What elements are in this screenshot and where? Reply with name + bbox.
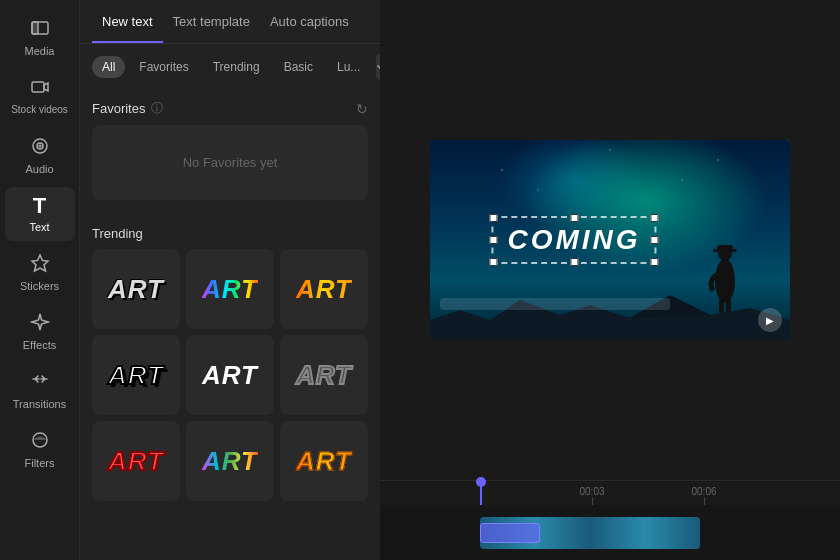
text-style-card-1[interactable]: ART [92,249,180,329]
sidebar-filters-label: Filters [25,457,55,469]
filter-bar: All Favorites Trending Basic Lu... [80,44,380,90]
audio-icon [30,136,50,159]
text-style-card-7[interactable]: ART [92,421,180,501]
snow-highlight [440,298,670,310]
effects-icon [30,312,50,335]
stickers-icon [30,253,50,276]
filter-favorites[interactable]: Favorites [129,56,198,78]
handle-bottom-right[interactable] [651,258,659,266]
handle-bottom-mid[interactable] [570,258,578,266]
panel-tabs: New text Text template Auto captions [80,0,380,44]
tab-text-template[interactable]: Text template [163,0,260,43]
text-style-card-8[interactable]: ART [186,421,274,501]
svg-rect-11 [719,299,724,313]
filter-trending[interactable]: Trending [203,56,270,78]
media-icon [30,18,50,41]
tab-auto-captions[interactable]: Auto captions [260,0,359,43]
handle-top-right[interactable] [651,214,659,222]
transitions-icon [30,371,50,394]
trending-section: Trending ART ART ART ART ART [92,216,368,501]
text-icon: T [33,195,46,217]
sidebar-item-text[interactable]: T Text [5,187,75,241]
tab-new-text[interactable]: New text [92,0,163,43]
sidebar-item-stickers[interactable]: Stickers [5,245,75,300]
sidebar-stock-label: Stock videos [11,104,68,116]
timeline-ruler: 00:03 00:06 [380,481,840,505]
handle-top-mid[interactable] [570,214,578,222]
filter-all[interactable]: All [92,56,125,78]
art-text-4: ART [108,360,164,391]
text-style-card-6[interactable]: ART [280,335,368,415]
handle-top-left[interactable] [489,214,497,222]
timeline-tracks [380,505,840,560]
svg-rect-2 [32,82,44,92]
sidebar-item-transitions[interactable]: Transitions [5,363,75,418]
sidebar-item-audio[interactable]: Audio [5,128,75,183]
art-text-2: ART [202,274,258,305]
sidebar-item-media[interactable]: Media [5,10,75,65]
favorites-title: Favorites ⓘ [92,100,163,117]
handle-bottom-left[interactable] [489,258,497,266]
art-text-5: ART [202,360,258,391]
filter-lu[interactable]: Lu... [327,56,370,78]
filter-basic[interactable]: Basic [274,56,323,78]
art-text-3: ART [296,274,352,305]
sidebar-item-filters[interactable]: Filters [5,422,75,477]
handle-mid-left[interactable] [489,236,497,244]
svg-point-7 [715,259,735,303]
sidebar-item-effects[interactable]: Effects [5,304,75,359]
svg-rect-12 [726,299,731,313]
sidebar-item-stock-videos[interactable]: Stock videos [5,69,75,124]
sidebar-audio-label: Audio [25,163,53,175]
text-style-card-3[interactable]: ART [280,249,368,329]
favorites-section-header: Favorites ⓘ ↻ [92,90,368,125]
text-style-card-5[interactable]: ART [186,335,274,415]
canvas-area: COMING ▶ [380,0,840,480]
panel-content: Favorites ⓘ ↻ No Favorites yet Trending … [80,90,380,560]
sidebar-text-label: Text [29,221,49,233]
ruler-label-1: 00:06 [691,486,716,497]
filters-icon [30,430,50,453]
sidebar-transitions-label: Transitions [13,398,66,410]
text-style-grid: ART ART ART ART ART ART [92,249,368,501]
art-text-6: ART [296,360,352,391]
sidebar-media-label: Media [25,45,55,57]
trending-section-header: Trending [92,216,368,249]
text-overlay[interactable]: COMING [491,216,656,264]
track-area [480,515,840,551]
overlay-text: COMING [507,224,640,255]
figure-silhouette [705,231,745,325]
art-text-9: ART [296,446,352,477]
favorites-refresh-button[interactable]: ↻ [356,101,368,117]
text-style-card-9[interactable]: ART [280,421,368,501]
svg-rect-1 [32,22,38,34]
text-style-card-4[interactable]: ART [92,335,180,415]
sidebar: Media Stock videos Audio T Text [0,0,80,560]
art-text-8: ART [202,446,258,477]
playhead[interactable] [480,481,482,505]
handle-mid-right[interactable] [651,236,659,244]
play-button[interactable]: ▶ [758,308,782,332]
favorites-info-icon: ⓘ [151,100,163,117]
favorites-empty: No Favorites yet [92,125,368,200]
timeline: 00:03 00:06 [380,480,840,560]
ruler-label-0: 00:03 [579,486,604,497]
sidebar-stickers-label: Stickers [20,280,59,292]
video-canvas: COMING ▶ [430,140,790,340]
stock-videos-icon [30,77,50,100]
main-area: COMING ▶ 00:03 [380,0,840,560]
art-text-7: ART [108,446,164,477]
svg-rect-10 [713,249,737,252]
art-text-1: ART [108,274,164,305]
sidebar-effects-label: Effects [23,339,56,351]
text-track-clip[interactable] [480,523,540,543]
text-panel: New text Text template Auto captions All… [80,0,380,560]
trending-title: Trending [92,226,143,241]
text-style-card-2[interactable]: ART [186,249,274,329]
ruler-marks: 00:03 00:06 [480,481,760,505]
svg-point-5 [38,145,41,148]
